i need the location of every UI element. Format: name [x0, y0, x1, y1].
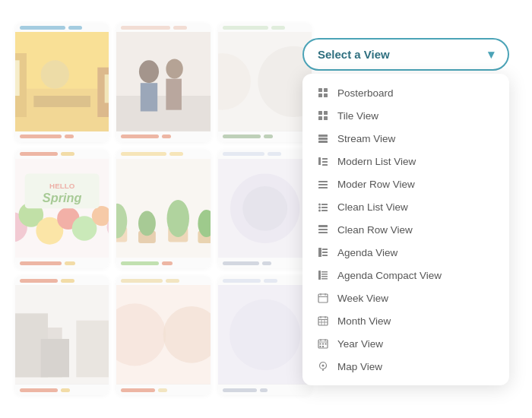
svg-rect-75 — [318, 229, 328, 230]
svg-rect-55 — [324, 111, 328, 115]
svg-rect-73 — [321, 210, 328, 211]
svg-point-49 — [230, 299, 300, 370]
svg-point-12 — [166, 59, 183, 78]
agenda-icon — [316, 245, 330, 259]
svg-rect-86 — [318, 294, 328, 302]
menu-item-clean-row-view[interactable]: Clean Row View — [302, 218, 509, 241]
svg-point-10 — [139, 60, 159, 83]
svg-rect-9 — [116, 96, 210, 131]
svg-point-68 — [318, 204, 321, 206]
svg-rect-7 — [33, 96, 90, 107]
svg-rect-69 — [321, 204, 328, 205]
menu-item-label-month-view: Month View — [337, 315, 391, 327]
menu-item-agenda-compact-view[interactable]: Agenda Compact View — [302, 264, 509, 287]
svg-rect-79 — [322, 252, 328, 253]
svg-rect-44 — [41, 339, 69, 377]
menu-item-label-week-view: Week View — [337, 293, 388, 304]
menu-item-modern-list-view[interactable]: Modern List View — [302, 150, 509, 173]
svg-rect-77 — [318, 248, 321, 257]
view-options-menu: PosterboardTile ViewStream ViewModern Li… — [302, 74, 509, 385]
svg-rect-90 — [318, 317, 328, 325]
menu-item-moder-row-view[interactable]: Moder Row View — [302, 173, 509, 195]
menu-item-map-view[interactable]: Map View — [302, 355, 509, 378]
svg-rect-105 — [322, 346, 324, 347]
svg-rect-13 — [166, 79, 182, 110]
calendar-week-icon — [316, 291, 330, 305]
stream-icon — [316, 131, 330, 145]
svg-rect-56 — [318, 116, 322, 120]
chevron-down-icon: ▾ — [488, 47, 494, 62]
svg-rect-3 — [15, 60, 20, 96]
menu-item-month-view[interactable]: Month View — [302, 309, 509, 332]
svg-rect-5 — [105, 74, 109, 103]
calendar-month-icon — [316, 314, 330, 328]
menu-item-label-moder-row-view: Moder Row View — [337, 179, 415, 190]
svg-rect-11 — [141, 83, 157, 111]
svg-point-70 — [318, 207, 321, 209]
svg-rect-102 — [322, 344, 324, 345]
view-selector-dropdown: Select a View ▾ PosterboardTile ViewStre… — [302, 38, 509, 385]
select-view-trigger[interactable]: Select a View ▾ — [302, 38, 509, 71]
menu-item-tile-view[interactable]: Tile View — [302, 104, 509, 127]
menu-item-label-agenda-compact-view: Agenda Compact View — [337, 270, 442, 281]
card-1 — [15, 23, 109, 142]
svg-point-32 — [138, 211, 156, 236]
list-clean-icon — [316, 200, 330, 214]
cards-background: HELLO Spring — [0, 0, 327, 418]
menu-item-year-view[interactable]: Year View — [302, 332, 509, 355]
svg-point-107 — [322, 365, 325, 367]
svg-rect-63 — [322, 161, 328, 163]
grid4-icon — [316, 109, 330, 122]
svg-point-6 — [41, 60, 69, 88]
menu-item-label-year-view: Year View — [337, 338, 383, 350]
card-7 — [15, 276, 109, 395]
svg-rect-64 — [322, 164, 328, 166]
svg-rect-61 — [318, 157, 321, 165]
menu-item-clean-list-view[interactable]: Clean List View — [302, 195, 509, 218]
svg-rect-52 — [318, 93, 322, 97]
menu-item-label-agenda-view: Agenda View — [337, 247, 397, 258]
svg-rect-54 — [318, 111, 322, 115]
svg-rect-78 — [322, 249, 328, 250]
svg-rect-84 — [321, 276, 328, 277]
svg-rect-66 — [318, 184, 328, 185]
list-row-icon — [316, 177, 330, 191]
card-6 — [218, 150, 312, 269]
svg-rect-103 — [325, 344, 327, 345]
grid4-icon — [316, 86, 330, 100]
svg-text:HELLO: HELLO — [49, 182, 75, 190]
svg-rect-28 — [116, 159, 210, 258]
map-icon — [316, 359, 330, 373]
svg-rect-59 — [318, 138, 328, 140]
menu-item-label-tile-view: Tile View — [337, 110, 378, 122]
svg-rect-74 — [318, 225, 328, 227]
svg-rect-83 — [321, 274, 328, 275]
card-3 — [218, 23, 312, 142]
svg-rect-1 — [15, 89, 109, 131]
svg-rect-62 — [322, 158, 328, 160]
card-2 — [116, 23, 210, 142]
svg-rect-43 — [76, 321, 109, 378]
svg-point-34 — [167, 200, 189, 237]
list-clean2-icon — [316, 223, 330, 236]
menu-item-agenda-view[interactable]: Agenda View — [302, 241, 509, 264]
select-view-label: Select a View — [318, 48, 390, 61]
svg-rect-60 — [318, 141, 328, 143]
menu-item-posterboard[interactable]: Posterboard — [302, 81, 509, 104]
menu-item-stream-view[interactable]: Stream View — [302, 127, 509, 150]
svg-rect-51 — [324, 88, 328, 92]
svg-rect-81 — [318, 271, 321, 280]
svg-rect-71 — [321, 207, 328, 208]
menu-item-week-view[interactable]: Week View — [302, 287, 509, 309]
menu-item-label-stream-view: Stream View — [337, 133, 395, 144]
menu-item-label-clean-list-view: Clean List View — [337, 201, 408, 213]
svg-rect-65 — [318, 181, 328, 182]
calendar-year-icon — [316, 337, 330, 350]
card-4: HELLO Spring — [15, 150, 109, 269]
svg-rect-76 — [318, 232, 328, 233]
agenda-compact-icon — [316, 268, 330, 282]
card-8 — [116, 276, 210, 395]
card-9 — [218, 276, 312, 395]
svg-point-39 — [242, 186, 287, 231]
svg-rect-104 — [320, 346, 321, 347]
